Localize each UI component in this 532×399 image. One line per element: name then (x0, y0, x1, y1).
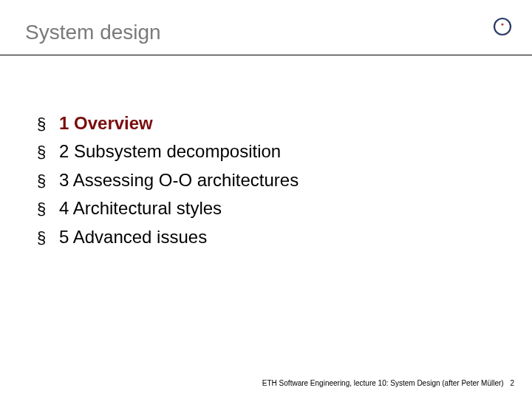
slide-footer: ETH Software Engineering, lecture 10: Sy… (262, 379, 514, 387)
logo-icon (492, 16, 513, 40)
item-label: 2 Subsystem decomposition (59, 140, 281, 163)
item-label: 4 Architectural styles (59, 197, 222, 220)
slide-header: System design (0, 0, 532, 55)
item-label: 1 Overview (59, 112, 153, 135)
list-item: § 5 Advanced issues (37, 225, 532, 249)
list-item: § 3 Assessing O-O architectures (37, 168, 532, 192)
list-item: § 1 Overview (37, 112, 532, 135)
item-label: 3 Assessing O-O architectures (59, 168, 299, 192)
bullet-icon: § (37, 230, 49, 246)
list-item: § 4 Architectural styles (37, 197, 532, 220)
bullet-icon: § (37, 173, 49, 189)
footer-text: ETH Software Engineering, lecture 10: Sy… (262, 379, 504, 387)
bullet-icon: § (37, 116, 49, 132)
slide-title: System design (25, 21, 507, 44)
item-label: 5 Advanced issues (59, 225, 207, 249)
list-item: § 2 Subsystem decomposition (37, 140, 532, 163)
bullet-icon: § (37, 144, 49, 160)
page-number: 2 (510, 379, 514, 387)
svg-point-0 (494, 18, 511, 35)
outline-list: § 1 Overview § 2 Subsystem decomposition… (0, 55, 532, 249)
bullet-icon: § (37, 201, 49, 217)
svg-point-1 (501, 23, 503, 25)
